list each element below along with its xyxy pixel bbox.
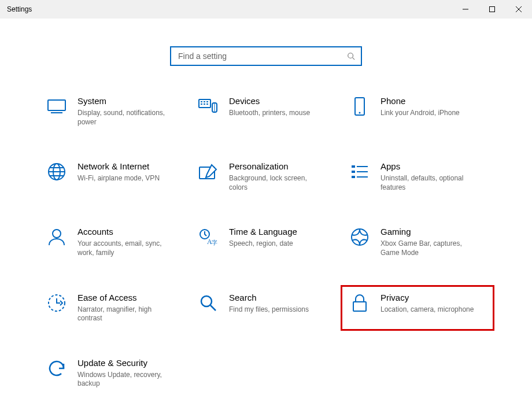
tile-desc: Your accounts, email, sync, work, family xyxy=(77,239,176,257)
tile-search[interactable]: Search Find my files, permissions xyxy=(194,290,338,326)
svg-rect-17 xyxy=(352,165,355,168)
phone-icon xyxy=(349,96,370,117)
svg-rect-4 xyxy=(201,101,202,102)
tile-gaming[interactable]: Gaming Xbox Game Bar, captures, Game Mod… xyxy=(346,224,489,260)
tile-label: Phone xyxy=(380,96,486,106)
svg-rect-8 xyxy=(204,104,205,105)
svg-rect-0 xyxy=(490,7,495,12)
tile-label: Update & Security xyxy=(77,358,183,368)
search-tile-icon xyxy=(198,293,219,313)
svg-rect-5 xyxy=(204,101,205,102)
tile-label: Gaming xyxy=(380,227,486,237)
tile-system[interactable]: System Display, sound, notifications, po… xyxy=(43,94,186,129)
searchbar-container xyxy=(0,46,532,66)
update-icon xyxy=(46,358,67,379)
tile-desc: Windows Update, recovery, backup xyxy=(77,371,176,389)
tile-desc: Location, camera, microphone xyxy=(380,305,479,315)
tile-ease-of-access[interactable]: Ease of Access Narrator, magnifier, high… xyxy=(43,290,186,326)
tile-label: Search xyxy=(229,293,334,303)
svg-rect-9 xyxy=(206,104,208,105)
close-button[interactable] xyxy=(505,0,532,19)
searchbar[interactable] xyxy=(170,46,362,66)
tile-accounts[interactable]: Accounts Your accounts, email, sync, wor… xyxy=(43,224,186,260)
svg-rect-18 xyxy=(352,171,355,173)
tile-time-language[interactable]: A字 Time & Language Speech, region, date xyxy=(194,224,338,260)
ease-of-access-icon xyxy=(46,293,67,313)
close-icon xyxy=(516,6,522,12)
window-controls xyxy=(452,0,532,19)
tile-label: Devices xyxy=(229,96,334,106)
tile-privacy[interactable]: Privacy Location, camera, microphone xyxy=(346,290,489,326)
tile-desc: Speech, region, date xyxy=(229,239,327,249)
lock-icon xyxy=(349,293,370,313)
tile-label: Network & Internet xyxy=(77,161,183,172)
svg-rect-27 xyxy=(353,302,366,311)
devices-icon xyxy=(198,96,219,117)
tile-desc: Wi-Fi, airplane mode, VPN xyxy=(77,174,176,183)
svg-point-13 xyxy=(359,112,361,114)
tile-desc: Link your Android, iPhone xyxy=(380,109,479,118)
svg-rect-7 xyxy=(201,104,202,105)
minimize-button[interactable] xyxy=(452,0,479,19)
tile-label: System xyxy=(77,96,183,106)
gaming-icon xyxy=(349,227,370,247)
accounts-icon xyxy=(46,227,67,247)
globe-icon xyxy=(46,161,67,182)
tile-phone[interactable]: Phone Link your Android, iPhone xyxy=(346,94,489,129)
tile-desc: Display, sound, notifications, power xyxy=(77,109,176,127)
svg-rect-19 xyxy=(352,176,355,178)
apps-icon xyxy=(349,161,370,182)
search-icon xyxy=(347,52,355,60)
tile-desc: Background, lock screen, colors xyxy=(229,174,327,192)
titlebar: Settings xyxy=(0,0,532,19)
tile-network[interactable]: Network & Internet Wi-Fi, airplane mode,… xyxy=(43,159,186,194)
maximize-button[interactable] xyxy=(479,0,505,19)
tile-label: Personalization xyxy=(229,161,334,172)
tile-label: Accounts xyxy=(77,227,183,237)
tile-label: Ease of Access xyxy=(77,293,183,303)
time-language-icon: A字 xyxy=(198,227,219,247)
tile-desc: Xbox Game Bar, captures, Game Mode xyxy=(380,239,479,257)
tile-personalization[interactable]: Personalization Background, lock screen,… xyxy=(194,159,338,194)
settings-grid: System Display, sound, notifications, po… xyxy=(0,94,532,391)
svg-rect-2 xyxy=(48,100,65,110)
system-icon xyxy=(46,96,67,117)
svg-text:字: 字 xyxy=(212,239,217,246)
tile-desc: Bluetooth, printers, mouse xyxy=(229,109,327,118)
tile-label: Privacy xyxy=(380,293,486,303)
tile-desc: Uninstall, defaults, optional features xyxy=(380,174,479,192)
minimize-icon xyxy=(463,6,468,12)
svg-point-20 xyxy=(53,230,61,238)
tile-devices[interactable]: Devices Bluetooth, printers, mouse xyxy=(194,94,338,129)
personalization-icon xyxy=(198,161,219,182)
tile-desc: Narrator, magnifier, high contrast xyxy=(77,305,176,323)
tile-update-security[interactable]: Update & Security Windows Update, recove… xyxy=(43,356,186,391)
window-title: Settings xyxy=(7,5,32,13)
search-input[interactable] xyxy=(177,51,347,61)
svg-rect-6 xyxy=(206,101,208,102)
maximize-icon xyxy=(489,6,495,12)
tile-label: Time & Language xyxy=(229,227,334,237)
tile-apps[interactable]: Apps Uninstall, defaults, optional featu… xyxy=(346,159,489,194)
tile-label: Apps xyxy=(380,161,486,172)
svg-point-1 xyxy=(348,53,353,58)
tile-desc: Find my files, permissions xyxy=(229,305,327,315)
svg-point-26 xyxy=(201,296,212,306)
